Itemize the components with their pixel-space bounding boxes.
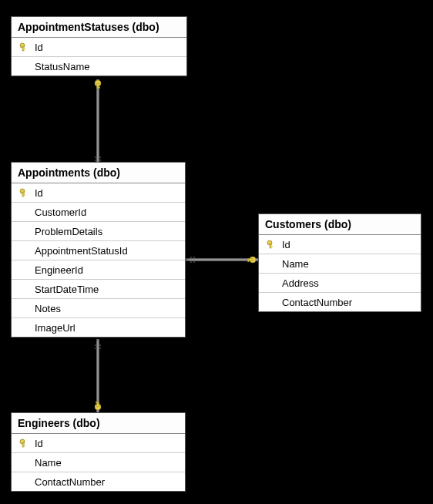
column-name: StartDateTime [32, 284, 99, 295]
column-name: ImageUrl [32, 322, 76, 334]
svg-rect-35 [270, 246, 273, 247]
column-name: Notes [32, 303, 61, 314]
column-name: Name [32, 457, 62, 469]
svg-rect-29 [23, 49, 25, 50]
column-name: Id [279, 239, 290, 250]
table-column-row[interactable]: Id [259, 235, 421, 254]
table-title: AppointmentStatuses (dbo) [12, 17, 186, 38]
column-name: Name [279, 258, 309, 270]
table-column-row[interactable]: Address [259, 274, 421, 293]
svg-point-20 [95, 344, 97, 347]
table-column-row[interactable]: EngineerId [12, 260, 185, 280]
table-title: Appointments (dbo) [12, 163, 185, 183]
column-name: Id [32, 438, 43, 449]
table-engineers[interactable]: Engineers (dbo) Id Name ContactNumber [11, 412, 186, 492]
svg-rect-25 [97, 402, 99, 407]
svg-point-13 [193, 257, 196, 259]
table-appointment-statuses[interactable]: AppointmentStatuses (dbo) Id StatusName [11, 16, 187, 76]
svg-point-5 [95, 156, 97, 159]
column-name: StatusName [32, 61, 90, 72]
table-column-row[interactable]: StartDateTime [12, 280, 185, 299]
svg-rect-32 [23, 194, 25, 196]
svg-point-23 [99, 348, 102, 350]
table-column-row[interactable]: CustomerId [12, 203, 185, 222]
table-column-row[interactable]: StatusName [12, 57, 186, 76]
svg-rect-16 [247, 259, 253, 260]
svg-rect-26 [96, 402, 99, 403]
column-name: Address [279, 277, 319, 289]
svg-point-12 [190, 261, 193, 264]
column-name: Id [32, 187, 43, 199]
table-column-row[interactable]: ContactNumber [12, 472, 185, 491]
table-column-row[interactable]: Id [12, 183, 185, 203]
column-name: ContactNumber [32, 476, 105, 488]
svg-rect-4 [97, 87, 100, 89]
primary-key-icon [16, 438, 32, 448]
column-name: ContactNumber [279, 297, 352, 308]
table-title: Engineers (dbo) [12, 413, 185, 434]
column-name: Id [32, 42, 43, 53]
table-column-row[interactable]: Name [12, 453, 185, 472]
table-column-row[interactable]: ContactNumber [259, 293, 421, 311]
svg-point-2 [95, 80, 101, 86]
column-name: AppointmentStatusId [32, 245, 128, 257]
svg-point-21 [99, 344, 102, 347]
table-column-row[interactable]: ProblemDetails [12, 222, 185, 241]
table-column-row[interactable]: Id [12, 38, 186, 57]
svg-point-8 [99, 160, 102, 162]
table-title: Customers (dbo) [259, 214, 421, 235]
table-customers[interactable]: Customers (dbo) Id Name Address ContactN… [258, 213, 421, 312]
svg-point-24 [95, 404, 101, 410]
table-column-row[interactable]: Notes [12, 299, 185, 318]
primary-key-icon [16, 42, 32, 52]
column-name: EngineerId [32, 264, 83, 276]
svg-rect-3 [97, 83, 99, 89]
svg-point-22 [95, 348, 97, 350]
table-column-row[interactable]: ImageUrl [12, 318, 185, 337]
primary-key-icon [16, 188, 32, 197]
table-column-row[interactable]: Id [12, 434, 185, 453]
svg-rect-38 [23, 445, 25, 446]
svg-point-11 [190, 257, 193, 259]
svg-point-7 [95, 160, 97, 162]
svg-rect-17 [247, 259, 249, 262]
primary-key-icon [263, 240, 279, 249]
table-column-row[interactable]: Name [259, 254, 421, 274]
column-name: CustomerId [32, 207, 86, 218]
column-name: ProblemDetails [32, 226, 102, 237]
svg-point-14 [193, 261, 196, 264]
svg-point-15 [250, 257, 256, 263]
table-appointments[interactable]: Appointments (dbo) Id CustomerId Problem… [11, 162, 186, 338]
table-column-row[interactable]: AppointmentStatusId [12, 241, 185, 260]
svg-point-6 [99, 156, 102, 159]
